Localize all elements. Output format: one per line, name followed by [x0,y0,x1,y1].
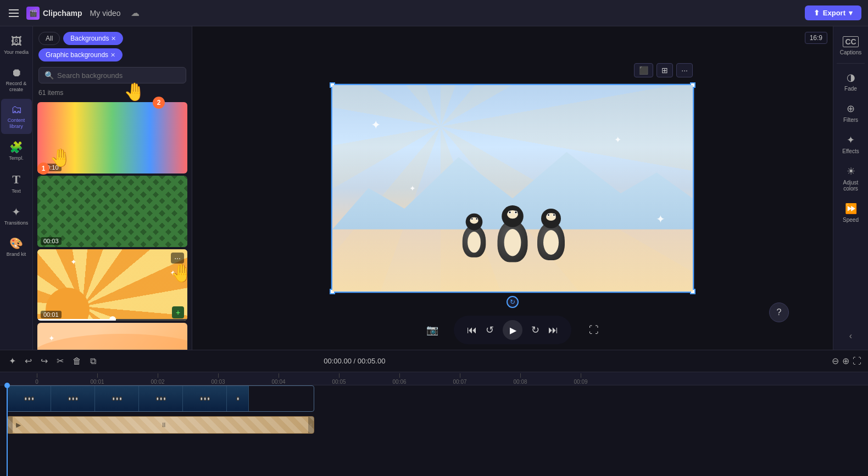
search-input[interactable] [57,71,180,80]
hamburger-menu[interactable] [7,7,21,19]
frame-penguins [199,396,209,401]
ruler-marks: 0 00:01 00:02 00:03 00:04 00:05 00:06 00… [0,372,611,385]
bg-track-clip[interactable]: ⋮ ▶ ⏸ ⋮ [7,416,314,434]
sidebar-item-your-media[interactable]: 🖼 Your media [1,31,32,60]
undo-button[interactable]: ↩ [23,355,34,367]
zoom-fit-button[interactable]: ⛶ [853,356,861,366]
video-frame-thumb [139,386,183,411]
duplicate-button[interactable]: ⧉ [88,355,98,367]
left-sidebar: 🖼 Your media ⏺ Record & create 🗂 Content… [0,26,33,350]
filter-all-label: All [46,35,53,42]
zoom-in-button[interactable]: ⊕ [842,356,849,366]
penguin-eyes [547,214,555,216]
filter-graphic-label: Graphic backgrounds [46,51,108,59]
sidebar-item-label-transitions: Transitions [4,220,29,226]
play-button[interactable]: ▶ [503,320,522,340]
divider [837,63,864,64]
more-options-button[interactable]: ··· [676,63,693,77]
ruler-mark: 00:02 [127,373,188,385]
captions-icon: CC [843,36,858,47]
thumb-duration: 00:03 [41,237,62,245]
penguin-eyes [508,211,518,214]
video-track [0,385,868,414]
video-track-clip[interactable] [7,385,314,412]
timeline-playhead[interactable] [7,385,8,476]
crop-button[interactable]: ⬛ [634,63,653,77]
mute-button[interactable]: 📷 [426,324,438,336]
adjust-colors-panel-item[interactable]: ☀ Adjust colors [835,160,867,197]
sidebar-item-transitions[interactable]: ✦ Transitions [1,201,32,231]
filter-all[interactable]: All [38,32,60,45]
sidebar-item-label-templates: Templ. [9,155,24,161]
skip-back-button[interactable]: ⏮ [467,324,477,336]
total-time-label: 00:05.00 [358,357,386,365]
thumb-menu-button[interactable]: ··· [171,253,184,264]
fit-button[interactable]: ⊞ [656,63,673,77]
filter-backgrounds[interactable]: Backgrounds ✕ [63,32,123,45]
help-button[interactable]: ? [769,303,789,322]
current-time-label: 00:00.00 [324,357,352,365]
thumb-add-button[interactable]: + [172,306,184,318]
sidebar-item-templates[interactable]: 🧩 Templ. [1,136,32,166]
penguin-eye [508,211,511,214]
speed-panel-item[interactable]: ⏩ Speed [835,197,867,228]
step-badge-1: 1 [37,163,49,175]
rotate-handle[interactable]: ↻ [507,296,519,308]
project-title[interactable]: My video [90,9,121,18]
zoom-out-button[interactable]: ⊖ [832,356,839,366]
filter-backgrounds-close-icon[interactable]: ✕ [111,35,116,42]
filter-backgrounds-label: Backgrounds [70,35,109,42]
skip-forward-button[interactable]: ⏭ [548,324,558,336]
mini-penguin [112,396,115,401]
sidebar-item-label-brand-kit: Brand kit [7,251,26,257]
fade-panel-item[interactable]: ◑ Fade [835,66,867,97]
penguins-group [460,222,565,260]
effects-panel-item[interactable]: ✦ Effects [835,128,867,160]
list-item[interactable]: ✦ ✦ 00:03 [37,323,187,350]
add-clip-button[interactable]: ✦ [7,355,18,367]
rewind-button[interactable]: ↺ [486,324,494,336]
list-item[interactable]: ✦ ✦ 00:01 ··· + Add to timeline [37,249,187,321]
rotate-circle[interactable]: ↻ [507,296,519,308]
cut-button[interactable]: ✂ [54,355,66,367]
penguin-body [537,222,565,260]
thumb-scrubber[interactable] [37,319,187,321]
penguin-belly [468,232,481,253]
scrubber-handle[interactable] [109,316,116,321]
captions-panel-item[interactable]: CC Captions [835,31,867,61]
sidebar-item-record-create[interactable]: ⏺ Record & create [1,62,32,97]
delete-button[interactable]: 🗑 [70,355,84,367]
mini-penguin [71,396,75,401]
penguin-body [498,220,528,262]
topbar: 🎬 Clipchamp My video ☁ ⬆ Export ▾ [0,0,868,26]
list-item[interactable]: 00:03 [37,176,187,247]
collapse-button[interactable]: ‹ [845,327,856,345]
sidebar-item-content-library[interactable]: 🗂 Content library [1,99,32,134]
export-button[interactable]: ⬆ Export ▾ [805,5,861,20]
sidebar-item-brand-kit[interactable]: 🎨 Brand kit [1,232,32,262]
penguin-head [502,205,524,227]
filters-panel-item[interactable]: ⊕ Filters [835,97,867,128]
filter-graphic-close-icon[interactable]: ✕ [110,52,115,59]
fullscreen-button[interactable]: ⛶ [589,324,599,336]
penguin-eye [547,214,550,216]
ruler-mark: 00:05 [309,373,369,385]
sparkle-icon: ✦ [614,135,621,145]
filter-graphic-backgrounds[interactable]: Graphic backgrounds ✕ [38,48,123,61]
fast-forward-button[interactable]: ↻ [531,324,539,336]
ruler-mark: 0 [7,373,67,385]
export-chevron-icon: ▾ [849,9,853,17]
thumb-orange-wave-bg: ✦ ✦ [37,323,187,350]
video-frame[interactable]: ⬛ ⊞ ··· ✦ ✦ ✦ [331,84,694,293]
penguin-right [537,222,565,260]
search-icon: 🔍 [44,71,54,80]
video-canvas: ⬛ ⊞ ··· ✦ ✦ ✦ [192,26,833,350]
list-item[interactable]: 00:10 [37,102,187,173]
penguin-eye [514,211,518,214]
search-box[interactable]: 🔍 [38,67,186,83]
right-panel: CC Captions ◑ Fade ⊕ Filters ✦ Effects ☀… [833,26,868,350]
panel-grid: 00:10 00:03 ✦ ✦ 00:01 ··· + [33,100,192,350]
redo-button[interactable]: ↪ [38,355,50,367]
video-frame-thumb [7,386,51,411]
sidebar-item-text[interactable]: T Text [1,168,32,199]
